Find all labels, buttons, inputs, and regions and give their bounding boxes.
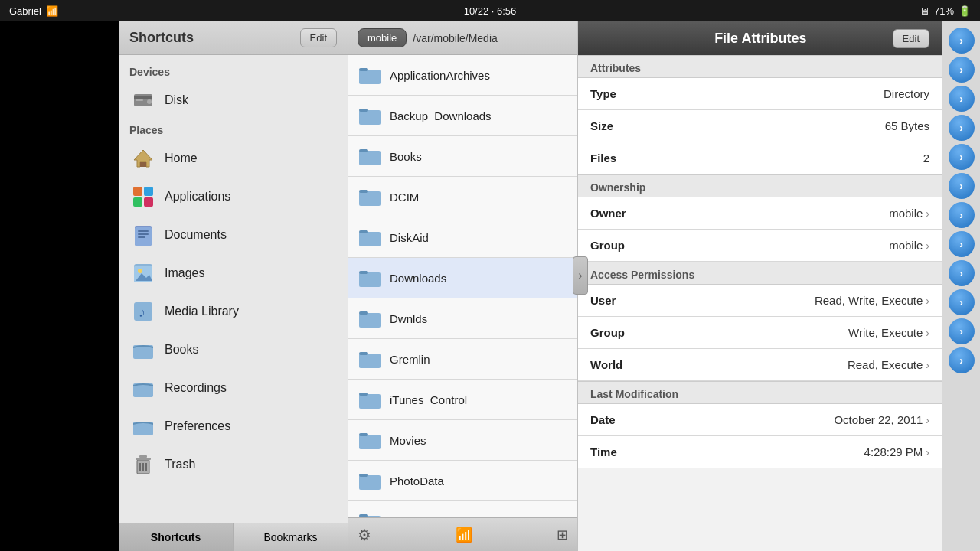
folder-icon	[358, 468, 382, 493]
sidebar-item-preferences[interactable]: Preferences	[119, 407, 348, 445]
attr-row-type[interactable]: Type Directory	[578, 78, 942, 110]
svg-rect-48	[359, 393, 368, 396]
svg-rect-42	[359, 271, 368, 274]
browser-item-movies[interactable]: Movies	[348, 420, 577, 461]
attr-row-group-perm[interactable]: Group Write, Execute ›	[578, 317, 942, 349]
nav-arrow-4[interactable]: ›	[949, 115, 975, 141]
recordings-icon	[129, 374, 157, 402]
battery-label: 71%	[934, 5, 954, 17]
svg-rect-35	[359, 151, 381, 165]
attr-row-world-perm[interactable]: World Read, Execute ›	[578, 349, 942, 381]
home-icon	[129, 145, 157, 172]
nav-arrow-6[interactable]: ›	[949, 173, 975, 199]
attr-row-size[interactable]: Size 65 Bytes	[578, 110, 942, 142]
attr-edit-button[interactable]: Edit	[893, 29, 929, 48]
browser-item-applicationarchives[interactable]: ApplicationArchives	[348, 55, 577, 96]
collapse-handle[interactable]: ›	[573, 256, 588, 295]
browser-item-backup-downloads[interactable]: Backup_Downloads	[348, 96, 577, 136]
attr-section-permissions: Access Permissions	[578, 262, 942, 285]
sidebar-item-disk[interactable]: Disk	[119, 81, 348, 119]
attr-row-owner[interactable]: Owner mobile ›	[578, 197, 942, 230]
attr-row-time[interactable]: Time 4:28:29 PM ›	[578, 436, 942, 468]
attr-label-size: Size	[590, 119, 613, 132]
browser-item-gremlin[interactable]: Gremlin	[348, 339, 577, 380]
browser-item-name: Downloads	[390, 272, 568, 285]
trash-icon	[129, 451, 157, 478]
grid-icon[interactable]: ⊞	[557, 527, 568, 543]
attr-row-files[interactable]: Files 2	[578, 142, 942, 174]
nav-arrow-1[interactable]: ›	[949, 28, 975, 54]
nav-arrow-2[interactable]: ›	[949, 57, 975, 83]
svg-rect-44	[359, 311, 368, 315]
settings-icon[interactable]: ⚙	[358, 526, 371, 544]
nav-arrow-5[interactable]: ›	[949, 144, 975, 170]
carrier-label: Gabriel	[9, 5, 41, 17]
right-nav-panel: › › › › › › › › › › › ›	[942, 21, 980, 551]
chevron-right-icon: ›	[926, 240, 929, 252]
svg-rect-45	[359, 354, 381, 368]
nav-arrow-9[interactable]: ›	[949, 260, 975, 286]
folder-icon	[358, 387, 382, 412]
svg-rect-8	[133, 197, 142, 207]
folder-icon	[358, 266, 382, 290]
sidebar: Shortcuts Edit Devices Disk Places	[119, 21, 348, 551]
sidebar-item-home-label: Home	[165, 152, 198, 165]
mobile-back-button[interactable]: mobile	[358, 28, 407, 47]
nav-arrow-10[interactable]: ›	[949, 289, 975, 315]
attr-row-user-perm[interactable]: User Read, Write, Execute ›	[578, 285, 942, 317]
sidebar-item-home[interactable]: Home	[119, 139, 348, 178]
sidebar-item-media-library-label: Media Library	[165, 305, 239, 318]
sidebar-item-media-library[interactable]: ♪ Media Library	[119, 292, 348, 331]
sidebar-tabs: Shortcuts Bookmarks	[119, 523, 348, 551]
sidebar-item-images[interactable]: Images	[119, 254, 348, 292]
browser-item-name: DCIM	[390, 191, 568, 204]
attr-value-world-perm: Read, Execute ›	[848, 358, 929, 371]
sidebar-item-applications[interactable]: Applications	[119, 178, 348, 216]
sidebar-item-recordings[interactable]: Recordings	[119, 369, 348, 407]
attr-label-time: Time	[590, 445, 617, 458]
browser-item-books[interactable]: Books	[348, 136, 577, 177]
nav-arrow-7[interactable]: ›	[949, 202, 975, 228]
nav-arrow-8[interactable]: ›	[949, 231, 975, 257]
browser-item-dwnlds[interactable]: Dwnlds	[348, 298, 577, 339]
attr-row-date[interactable]: Date October 22, 2011 ›	[578, 404, 942, 436]
browser-item-photodata[interactable]: PhotoData	[348, 461, 577, 501]
attr-section-attributes: Attributes	[578, 55, 942, 78]
folder-icon	[358, 225, 382, 249]
browser-item-diskaid[interactable]: DiskAid	[348, 217, 577, 258]
svg-rect-43	[359, 313, 381, 328]
attr-row-group-ownership[interactable]: Group mobile ›	[578, 230, 942, 262]
svg-rect-49	[359, 435, 381, 449]
nav-arrow-3[interactable]: ›	[949, 86, 975, 112]
svg-rect-41	[359, 272, 381, 287]
nav-arrow-11[interactable]: ›	[949, 318, 975, 344]
browser-item-dcim[interactable]: DCIM	[348, 177, 577, 217]
attr-value-date: October 22, 2011 ›	[834, 413, 929, 426]
svg-text:♪: ♪	[139, 305, 145, 320]
sidebar-edit-button[interactable]: Edit	[300, 28, 337, 47]
attr-title: File Attributes	[629, 31, 893, 47]
browser-path-bar: mobile /var/mobile/Media	[348, 21, 577, 55]
browser-item-photos[interactable]: Photos	[348, 501, 577, 517]
sidebar-item-recordings-label: Recordings	[165, 381, 227, 395]
svg-rect-36	[359, 149, 368, 152]
attr-value-group-ownership: mobile ›	[889, 239, 929, 252]
attr-section-modification: Last Modification	[578, 381, 942, 404]
browser-item-name: Movies	[390, 434, 568, 447]
tab-bookmarks[interactable]: Bookmarks	[234, 523, 348, 551]
attr-value-time: 4:28:29 PM ›	[864, 445, 929, 458]
sidebar-item-books[interactable]: Books	[119, 331, 348, 369]
folder-icon	[358, 509, 382, 517]
browser-item-downloads[interactable]: Downloads	[348, 258, 577, 298]
nav-arrow-12[interactable]: ›	[949, 347, 975, 373]
attr-header: File Attributes Edit	[578, 21, 942, 55]
sidebar-item-trash[interactable]: Trash	[119, 445, 348, 484]
sidebar-item-documents[interactable]: Documents	[119, 216, 348, 254]
tab-shortcuts[interactable]: Shortcuts	[119, 523, 234, 551]
wifi-icon: 📶	[46, 5, 58, 17]
browser-item-itunes-control[interactable]: iTunes_Control	[348, 380, 577, 420]
browser-item-name: Gremlin	[390, 353, 568, 366]
svg-rect-37	[359, 191, 381, 206]
svg-rect-14	[138, 236, 145, 238]
svg-rect-50	[359, 433, 368, 436]
